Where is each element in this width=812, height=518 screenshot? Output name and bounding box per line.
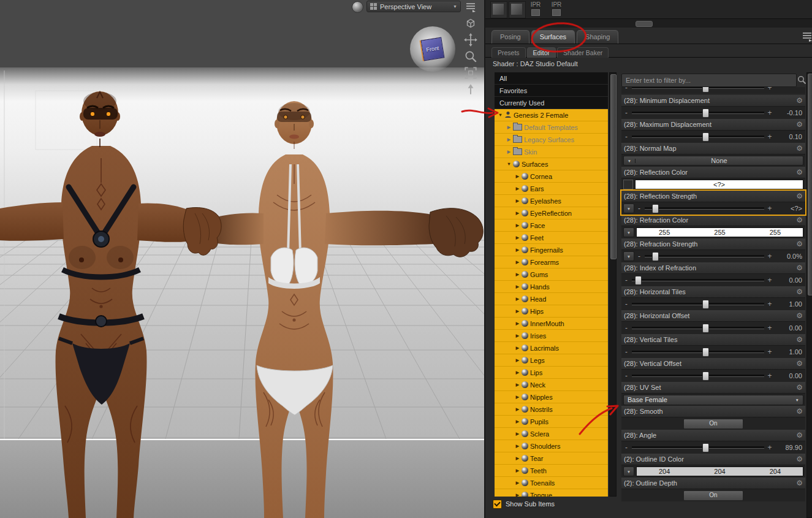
ipr-button-1[interactable]: IPR — [526, 1, 545, 17]
scrollbar-thumb[interactable] — [808, 74, 812, 295]
param-dropdown-button[interactable]: ▼ — [623, 227, 634, 237]
tree-surface-tear[interactable]: ▶Tear — [495, 452, 608, 465]
gear-icon[interactable]: ⚙ — [796, 455, 803, 463]
tree-surface-tongue[interactable]: ▶Tongue — [495, 489, 608, 497]
gear-icon[interactable]: ⚙ — [796, 360, 803, 367]
pane-menu-icon[interactable] — [801, 31, 812, 42]
slider-increment[interactable]: + — [767, 300, 773, 308]
tree-scrollbar[interactable] — [609, 72, 617, 497]
expander-right-icon[interactable]: ▶ — [514, 455, 521, 461]
tree-group-surfaces[interactable]: ▼Surfaces — [495, 158, 608, 170]
slider-decrement[interactable]: - — [623, 348, 629, 356]
ipr-button-2[interactable]: IPR — [547, 1, 566, 17]
expander-right-icon[interactable]: ▶ — [514, 382, 521, 387]
slider-decrement[interactable]: - — [623, 300, 629, 308]
tree-surface-nipples[interactable]: ▶Nipples — [495, 391, 608, 403]
cube-control-icon[interactable] — [463, 16, 478, 31]
slider-track[interactable] — [632, 327, 764, 329]
tree-group-skin[interactable]: ▶Skin — [495, 146, 608, 158]
tree-group-legacy-surfaces[interactable]: ▶Legacy Surfaces — [495, 134, 608, 146]
slider-decrement[interactable]: - — [623, 443, 629, 452]
expander-right-icon[interactable]: ▶ — [514, 419, 521, 424]
expander-right-icon[interactable]: ▶ — [514, 370, 521, 375]
expander-right-icon[interactable]: ▶ — [514, 308, 521, 314]
param-dropdown-button[interactable]: ▼ — [623, 204, 634, 213]
slider-increment[interactable]: + — [767, 252, 773, 261]
scrollbar-thumb[interactable] — [636, 21, 653, 27]
expander-right-icon[interactable]: ▶ — [514, 492, 521, 497]
gear-icon[interactable]: ⚙ — [796, 288, 803, 295]
tree-surface-cornea[interactable]: ▶Cornea — [495, 170, 608, 183]
expander-right-icon[interactable]: ▶ — [514, 357, 521, 363]
expander-right-icon[interactable]: ▶ — [506, 149, 512, 154]
slider-decrement[interactable]: - — [623, 87, 629, 92]
expander-right-icon[interactable]: ▶ — [514, 198, 521, 204]
tree-surface-face[interactable]: ▶Face — [495, 219, 608, 232]
gear-icon[interactable]: ⚙ — [796, 145, 803, 152]
expander-right-icon[interactable]: ▶ — [514, 406, 521, 412]
slider-decrement[interactable]: - — [623, 324, 629, 332]
expander-right-icon[interactable]: ▶ — [506, 137, 512, 142]
tree-surface-neck[interactable]: ▶Neck — [495, 379, 608, 391]
slider-decrement[interactable]: - — [623, 132, 629, 141]
show-sub-items-checkbox[interactable] — [493, 500, 502, 509]
viewport-menu-icon[interactable] — [464, 1, 477, 12]
expander-right-icon[interactable]: ▶ — [514, 223, 521, 228]
gear-icon[interactable]: ⚙ — [796, 384, 803, 391]
expander-right-icon[interactable]: ▶ — [514, 296, 521, 302]
gear-icon[interactable]: ⚙ — [796, 312, 803, 319]
expander-right-icon[interactable]: ▶ — [514, 210, 521, 216]
gear-icon[interactable]: ⚙ — [796, 432, 803, 439]
tree-surface-nostrils[interactable]: ▶Nostrils — [495, 403, 608, 416]
slider-increment[interactable]: + — [767, 324, 773, 332]
tree-surface-pupils[interactable]: ▶Pupils — [495, 416, 608, 428]
expander-right-icon[interactable]: ▶ — [514, 272, 521, 277]
pan-tool-icon[interactable] — [463, 32, 478, 47]
gear-icon[interactable]: ⚙ — [796, 169, 803, 176]
expander-right-icon[interactable]: ▶ — [514, 333, 521, 338]
tree-filter-all[interactable]: All — [495, 72, 608, 85]
gear-icon[interactable]: ⚙ — [796, 97, 803, 104]
subtab-presets[interactable]: Presets — [491, 47, 526, 58]
subtab-editor[interactable]: Editor — [527, 47, 556, 58]
view-selector[interactable]: Perspective View ▼ — [366, 1, 461, 12]
tab-posing[interactable]: Posing — [491, 30, 529, 44]
render-preview-button-2[interactable] — [509, 1, 526, 18]
slider-increment[interactable]: + — [767, 371, 773, 380]
tree-surface-teeth[interactable]: ▶Teeth — [495, 465, 608, 477]
expander-right-icon[interactable]: ▶ — [514, 345, 521, 351]
toggle-on-button[interactable]: On — [683, 419, 743, 429]
frame-tool-icon[interactable] — [463, 66, 478, 80]
slider-handle[interactable] — [652, 252, 659, 261]
slider-increment[interactable]: + — [767, 132, 773, 141]
gear-icon[interactable]: ⚙ — [796, 192, 803, 200]
slider-increment[interactable]: + — [767, 348, 773, 356]
tab-shaping[interactable]: Shaping — [577, 30, 618, 44]
expander-right-icon[interactable]: ▶ — [514, 468, 521, 473]
filter-input[interactable] — [621, 74, 797, 87]
tree-surface-eyelashes[interactable]: ▶Eyelashes — [495, 195, 608, 207]
slider-track[interactable] — [645, 207, 764, 210]
slider-track[interactable] — [632, 135, 764, 138]
expander-right-icon[interactable]: ▶ — [514, 480, 521, 486]
expander-right-icon[interactable]: ▶ — [514, 247, 521, 253]
expander-right-icon[interactable]: ▶ — [514, 443, 521, 449]
tab-surfaces[interactable]: Surfaces — [531, 30, 575, 44]
slider-track[interactable] — [632, 446, 764, 449]
tree-surface-forearms[interactable]: ▶Forearms — [495, 256, 608, 269]
slider-track[interactable] — [632, 87, 764, 89]
slider-handle[interactable] — [702, 371, 709, 381]
gear-icon[interactable]: ⚙ — [796, 408, 803, 415]
rgb-value-bar[interactable]: 255255255 — [636, 227, 803, 237]
slider-handle[interactable] — [702, 87, 709, 93]
expander-down-icon[interactable]: ▼ — [497, 112, 504, 118]
slider-track[interactable] — [632, 351, 764, 353]
slider-increment[interactable]: + — [767, 204, 773, 213]
tree-surface-lips[interactable]: ▶Lips — [495, 367, 608, 379]
map-dropdown[interactable]: ▼None — [623, 156, 803, 166]
slider-increment[interactable]: + — [767, 109, 773, 117]
tree-group-default-templates[interactable]: ▶Default Templates — [495, 121, 608, 134]
3d-viewport[interactable]: Perspective View ▼ Front — [0, 0, 484, 518]
gear-icon[interactable]: ⚙ — [796, 264, 803, 272]
tree-surface-hands[interactable]: ▶Hands — [495, 281, 608, 293]
